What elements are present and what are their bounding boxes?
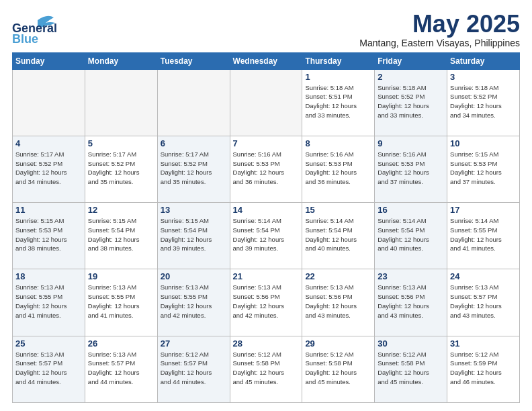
calendar-cell: 5Sunrise: 5:17 AMSunset: 5:52 PMDaylight… [85,136,157,202]
calendar-day-header: Monday [85,52,157,69]
calendar-day-header: Friday [375,52,447,69]
day-info: Sunrise: 5:13 AMSunset: 5:57 PMDaylight:… [450,283,517,320]
location: Mantang, Eastern Visayas, Philippines [359,38,520,48]
calendar-cell: 6Sunrise: 5:17 AMSunset: 5:52 PMDaylight… [157,136,230,202]
calendar-day-header: Thursday [302,52,375,69]
header: General Blue May 2025 Mantang, Eastern V… [12,11,520,48]
calendar-cell: 10Sunrise: 5:15 AMSunset: 5:53 PMDayligh… [447,136,520,202]
day-number: 3 [450,72,517,82]
calendar-cell: 26Sunrise: 5:13 AMSunset: 5:57 PMDayligh… [85,336,157,402]
day-info: Sunrise: 5:17 AMSunset: 5:52 PMDaylight:… [15,150,82,187]
calendar-cell: 2Sunrise: 5:18 AMSunset: 5:52 PMDaylight… [375,69,447,136]
calendar-cell: 30Sunrise: 5:12 AMSunset: 5:58 PMDayligh… [375,336,447,402]
day-info: Sunrise: 5:13 AMSunset: 5:55 PMDaylight:… [88,283,154,320]
day-info: Sunrise: 5:17 AMSunset: 5:52 PMDaylight:… [161,150,227,187]
calendar-cell [157,69,230,136]
calendar-cell: 3Sunrise: 5:18 AMSunset: 5:52 PMDaylight… [447,69,520,136]
calendar-cell: 22Sunrise: 5:13 AMSunset: 5:56 PMDayligh… [302,269,375,336]
calendar-table: SundayMondayTuesdayWednesdayThursdayFrid… [12,52,520,403]
day-number: 11 [15,205,82,215]
day-number: 7 [233,138,300,148]
calendar-week-row: 25Sunrise: 5:13 AMSunset: 5:57 PMDayligh… [13,336,520,402]
calendar-header-row: SundayMondayTuesdayWednesdayThursdayFrid… [13,52,520,69]
day-info: Sunrise: 5:14 AMSunset: 5:55 PMDaylight:… [450,216,517,253]
day-number: 1 [305,72,371,82]
day-number: 6 [161,138,227,148]
day-number: 20 [161,271,227,281]
calendar-cell: 17Sunrise: 5:14 AMSunset: 5:55 PMDayligh… [447,203,520,269]
day-info: Sunrise: 5:16 AMSunset: 5:53 PMDaylight:… [233,150,300,187]
day-info: Sunrise: 5:15 AMSunset: 5:53 PMDaylight:… [15,216,82,253]
day-info: Sunrise: 5:15 AMSunset: 5:54 PMDaylight:… [88,216,154,253]
title-block: May 2025 Mantang, Eastern Visayas, Phili… [359,11,520,48]
day-info: Sunrise: 5:18 AMSunset: 5:52 PMDaylight:… [450,83,517,120]
day-info: Sunrise: 5:13 AMSunset: 5:57 PMDaylight:… [15,350,82,387]
day-number: 8 [305,138,371,148]
day-number: 26 [88,338,154,349]
day-info: Sunrise: 5:13 AMSunset: 5:55 PMDaylight:… [161,283,227,320]
day-number: 28 [233,338,300,349]
calendar-cell: 25Sunrise: 5:13 AMSunset: 5:57 PMDayligh… [13,336,85,402]
calendar-cell: 24Sunrise: 5:13 AMSunset: 5:57 PMDayligh… [447,269,520,336]
calendar-day-header: Saturday [447,52,520,69]
day-info: Sunrise: 5:13 AMSunset: 5:56 PMDaylight:… [305,283,371,320]
day-number: 30 [378,338,444,349]
calendar-cell: 1Sunrise: 5:18 AMSunset: 5:51 PMDaylight… [302,69,375,136]
day-info: Sunrise: 5:13 AMSunset: 5:56 PMDaylight:… [378,283,444,320]
calendar-cell [85,69,157,136]
day-info: Sunrise: 5:14 AMSunset: 5:54 PMDaylight:… [305,216,371,253]
day-info: Sunrise: 5:16 AMSunset: 5:53 PMDaylight:… [305,150,371,187]
day-number: 19 [88,271,154,281]
calendar-cell: 29Sunrise: 5:12 AMSunset: 5:58 PMDayligh… [302,336,375,402]
calendar-cell: 4Sunrise: 5:17 AMSunset: 5:52 PMDaylight… [13,136,85,202]
day-info: Sunrise: 5:18 AMSunset: 5:52 PMDaylight:… [378,83,444,120]
day-number: 18 [15,271,82,281]
day-info: Sunrise: 5:15 AMSunset: 5:54 PMDaylight:… [161,216,227,253]
calendar-cell: 15Sunrise: 5:14 AMSunset: 5:54 PMDayligh… [302,203,375,269]
day-info: Sunrise: 5:12 AMSunset: 5:59 PMDaylight:… [450,350,517,387]
day-number: 13 [161,205,227,215]
day-number: 25 [15,338,82,349]
calendar-week-row: 1Sunrise: 5:18 AMSunset: 5:51 PMDaylight… [13,69,520,136]
calendar-cell: 31Sunrise: 5:12 AMSunset: 5:59 PMDayligh… [447,336,520,402]
calendar-cell: 23Sunrise: 5:13 AMSunset: 5:56 PMDayligh… [375,269,447,336]
logo-icon: General Blue [12,11,99,44]
page: General Blue May 2025 Mantang, Eastern V… [0,0,532,411]
calendar-day-header: Wednesday [230,52,302,69]
calendar-cell: 16Sunrise: 5:14 AMSunset: 5:54 PMDayligh… [375,203,447,269]
calendar-week-row: 11Sunrise: 5:15 AMSunset: 5:53 PMDayligh… [13,203,520,269]
day-number: 12 [88,205,154,215]
day-info: Sunrise: 5:13 AMSunset: 5:57 PMDaylight:… [88,350,154,387]
day-info: Sunrise: 5:15 AMSunset: 5:53 PMDaylight:… [450,150,517,187]
calendar-cell: 14Sunrise: 5:14 AMSunset: 5:54 PMDayligh… [230,203,302,269]
calendar-day-header: Tuesday [157,52,230,69]
day-number: 29 [305,338,371,349]
calendar-cell: 11Sunrise: 5:15 AMSunset: 5:53 PMDayligh… [13,203,85,269]
day-info: Sunrise: 5:12 AMSunset: 5:58 PMDaylight:… [305,350,371,387]
calendar-cell: 27Sunrise: 5:12 AMSunset: 5:57 PMDayligh… [157,336,230,402]
calendar-cell: 28Sunrise: 5:12 AMSunset: 5:58 PMDayligh… [230,336,302,402]
svg-text:Blue: Blue [12,32,38,44]
calendar-cell [13,69,85,136]
day-number: 31 [450,338,517,349]
day-number: 14 [233,205,300,215]
day-info: Sunrise: 5:13 AMSunset: 5:55 PMDaylight:… [15,283,82,320]
day-info: Sunrise: 5:18 AMSunset: 5:51 PMDaylight:… [305,83,371,120]
day-number: 24 [450,271,517,281]
day-info: Sunrise: 5:13 AMSunset: 5:56 PMDaylight:… [233,283,300,320]
day-info: Sunrise: 5:12 AMSunset: 5:58 PMDaylight:… [233,350,300,387]
calendar-cell: 20Sunrise: 5:13 AMSunset: 5:55 PMDayligh… [157,269,230,336]
calendar-cell: 13Sunrise: 5:15 AMSunset: 5:54 PMDayligh… [157,203,230,269]
day-number: 10 [450,138,517,148]
calendar-cell: 8Sunrise: 5:16 AMSunset: 5:53 PMDaylight… [302,136,375,202]
calendar-day-header: Sunday [13,52,85,69]
day-number: 5 [88,138,154,148]
day-number: 15 [305,205,371,215]
day-number: 27 [161,338,227,349]
day-number: 9 [378,138,444,148]
day-info: Sunrise: 5:14 AMSunset: 5:54 PMDaylight:… [378,216,444,253]
day-info: Sunrise: 5:12 AMSunset: 5:58 PMDaylight:… [378,350,444,387]
logo: General Blue [12,11,99,46]
day-number: 16 [378,205,444,215]
calendar-cell: 19Sunrise: 5:13 AMSunset: 5:55 PMDayligh… [85,269,157,336]
